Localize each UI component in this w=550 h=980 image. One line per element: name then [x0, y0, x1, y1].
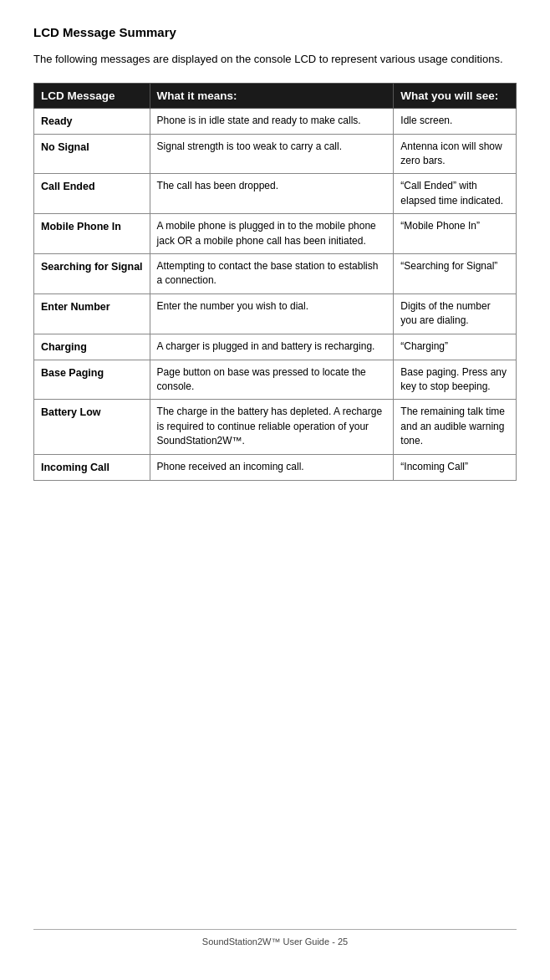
col-header-see: What you will see:	[394, 83, 517, 108]
cell-means: Phone received an incoming call.	[150, 454, 394, 480]
col-header-means: What it means:	[150, 83, 394, 108]
table-row: Battery LowThe charge in the battery has…	[34, 400, 517, 454]
cell-see: Antenna icon will show zero bars.	[394, 134, 517, 174]
cell-see: “Incoming Call”	[394, 454, 517, 480]
cell-see: “Searching for Signal”	[394, 253, 517, 293]
cell-message: Mobile Phone In	[34, 214, 150, 254]
cell-message: Base Paging	[34, 360, 150, 400]
lcd-message-table: LCD Message What it means: What you will…	[33, 83, 517, 481]
cell-means: Signal strength is too weak to carry a c…	[150, 134, 394, 174]
page-footer: SoundStation2W™ User Guide - 25	[33, 929, 517, 947]
cell-means: The call has been dropped.	[150, 174, 394, 214]
col-header-message: LCD Message	[34, 83, 150, 108]
cell-message: Enter Number	[34, 293, 150, 334]
cell-means: Page button on base was pressed to locat…	[150, 360, 394, 400]
cell-message: Incoming Call	[34, 454, 150, 480]
table-row: Enter NumberEnter the number you wish to…	[34, 293, 517, 334]
cell-message: Battery Low	[34, 400, 150, 454]
cell-see: The remaining talk time and an audible w…	[394, 400, 517, 454]
cell-means: Attempting to contact the base station t…	[150, 253, 394, 293]
table-row: Searching for SignalAttempting to contac…	[34, 253, 517, 293]
intro-paragraph: The following messages are displayed on …	[33, 51, 517, 68]
cell-means: A charger is plugged in and battery is r…	[150, 334, 394, 360]
table-row: Call EndedThe call has been dropped.“Cal…	[34, 174, 517, 214]
cell-see: “Mobile Phone In”	[394, 214, 517, 254]
cell-see: Base paging. Press any key to stop beepi…	[394, 360, 517, 400]
cell-message: Ready	[34, 108, 150, 134]
cell-see: “Charging”	[394, 334, 517, 360]
table-row: Mobile Phone InA mobile phone is plugged…	[34, 214, 517, 254]
cell-message: No Signal	[34, 134, 150, 174]
cell-means: Phone is in idle state and ready to make…	[150, 108, 394, 134]
cell-means: A mobile phone is plugged in to the mobi…	[150, 214, 394, 254]
table-row: No SignalSignal strength is too weak to …	[34, 134, 517, 174]
page-title: LCD Message Summary	[33, 25, 517, 39]
cell-means: Enter the number you wish to dial.	[150, 293, 394, 334]
table-row: Incoming CallPhone received an incoming …	[34, 454, 517, 480]
cell-message: Searching for Signal	[34, 253, 150, 293]
cell-see: “Call Ended” with elapsed time indicated…	[394, 174, 517, 214]
table-row: ReadyPhone is in idle state and ready to…	[34, 108, 517, 134]
table-row: ChargingA charger is plugged in and batt…	[34, 334, 517, 360]
cell-see: Idle screen.	[394, 108, 517, 134]
table-row: Base PagingPage button on base was press…	[34, 360, 517, 400]
cell-message: Call Ended	[34, 174, 150, 214]
cell-message: Charging	[34, 334, 150, 360]
cell-see: Digits of the number you are dialing.	[394, 293, 517, 334]
cell-means: The charge in the battery has depleted. …	[150, 400, 394, 454]
